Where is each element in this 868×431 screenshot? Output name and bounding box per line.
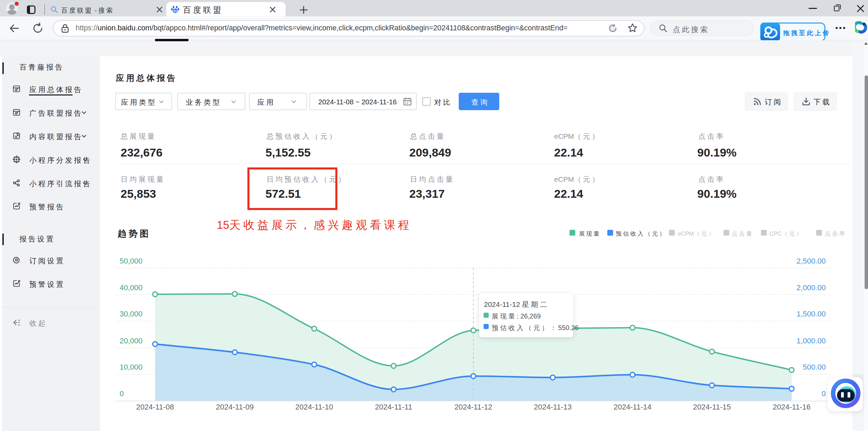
svg-text:2,500.00: 2,500.00 [796, 257, 826, 265]
svg-text:2024-11-15: 2024-11-15 [693, 403, 731, 411]
svg-text:du: du [173, 9, 177, 13]
svg-text:2,000.00: 2,000.00 [796, 283, 826, 292]
svg-text:2024-11-09: 2024-11-09 [216, 403, 254, 411]
svg-text:20,000: 20,000 [120, 337, 142, 345]
svg-text:2024-11-16: 2024-11-16 [773, 403, 811, 411]
svg-text:2024-11-13: 2024-11-13 [534, 403, 572, 411]
svg-text:2024-11-11: 2024-11-11 [375, 403, 412, 411]
svg-text:0: 0 [120, 389, 124, 398]
svg-text:10,000: 10,000 [120, 363, 142, 371]
svg-text:2024-11-08: 2024-11-08 [136, 403, 174, 411]
svg-text:40,000: 40,000 [120, 283, 142, 292]
svg-text:500.00: 500.00 [803, 363, 826, 371]
svg-text:30,000: 30,000 [120, 310, 142, 318]
svg-text:2024-11-12: 2024-11-12 [455, 403, 492, 411]
svg-text:2024-11-14: 2024-11-14 [614, 403, 652, 411]
svg-text:1,000.00: 1,000.00 [796, 337, 826, 345]
svg-text:0: 0 [822, 389, 826, 398]
svg-text:2024-11-10: 2024-11-10 [295, 403, 333, 411]
svg-text:1,500.00: 1,500.00 [796, 310, 826, 318]
svg-text:50,000: 50,000 [120, 257, 142, 265]
